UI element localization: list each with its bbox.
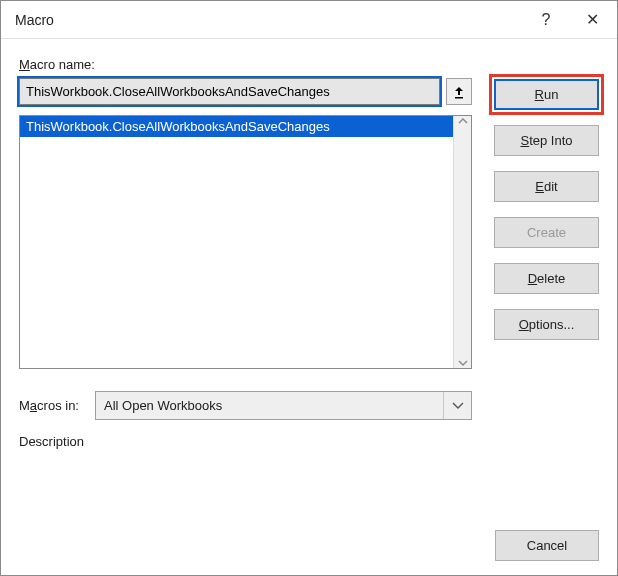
dialog-body: Macro name: ThisWorkbook.CloseAllWorkboo…	[1, 39, 617, 575]
chevron-down-icon	[443, 392, 471, 419]
footer: Cancel	[19, 530, 599, 561]
chevron-down-icon	[458, 360, 468, 366]
help-button[interactable]: ?	[523, 2, 569, 38]
macro-name-label: Macro name:	[19, 57, 472, 72]
macros-in-select-wrap: All Open Workbooks	[95, 391, 472, 420]
description-label: Description	[19, 434, 472, 449]
macro-list-items: ThisWorkbook.CloseAllWorkbooksAndSaveCha…	[20, 116, 453, 368]
left-column: Macro name: ThisWorkbook.CloseAllWorkboo…	[19, 57, 472, 449]
listbox-scrollbar[interactable]	[453, 116, 471, 368]
macros-in-value: All Open Workbooks	[104, 398, 222, 413]
delete-button[interactable]: Delete	[494, 263, 599, 294]
reference-icon	[453, 85, 465, 99]
close-button[interactable]: ✕	[569, 2, 615, 38]
macro-name-row	[19, 78, 472, 105]
svg-rect-0	[455, 97, 463, 99]
macros-in-row: Macros in: All Open Workbooks	[19, 391, 472, 420]
step-into-button[interactable]: Step Into	[494, 125, 599, 156]
create-button: Create	[494, 217, 599, 248]
close-icon: ✕	[586, 10, 599, 29]
right-column: Run Step Into Edit Create Delete Options…	[494, 79, 599, 340]
macros-in-select[interactable]: All Open Workbooks	[95, 391, 472, 420]
macro-name-input[interactable]	[19, 78, 440, 105]
reference-button[interactable]	[446, 78, 472, 105]
top-row: Macro name: ThisWorkbook.CloseAllWorkboo…	[19, 57, 599, 449]
titlebar: Macro ? ✕	[1, 1, 617, 39]
help-icon: ?	[542, 11, 551, 29]
macro-dialog: Macro ? ✕ Macro name:	[0, 0, 618, 576]
run-button[interactable]: Run	[494, 79, 599, 110]
chevron-up-icon	[458, 118, 468, 124]
list-item[interactable]: ThisWorkbook.CloseAllWorkbooksAndSaveCha…	[20, 116, 453, 137]
macro-listbox[interactable]: ThisWorkbook.CloseAllWorkbooksAndSaveCha…	[19, 115, 472, 369]
options-button[interactable]: Options...	[494, 309, 599, 340]
dialog-title: Macro	[15, 12, 523, 28]
edit-button[interactable]: Edit	[494, 171, 599, 202]
cancel-button[interactable]: Cancel	[495, 530, 599, 561]
macros-in-label: Macros in:	[19, 398, 79, 413]
